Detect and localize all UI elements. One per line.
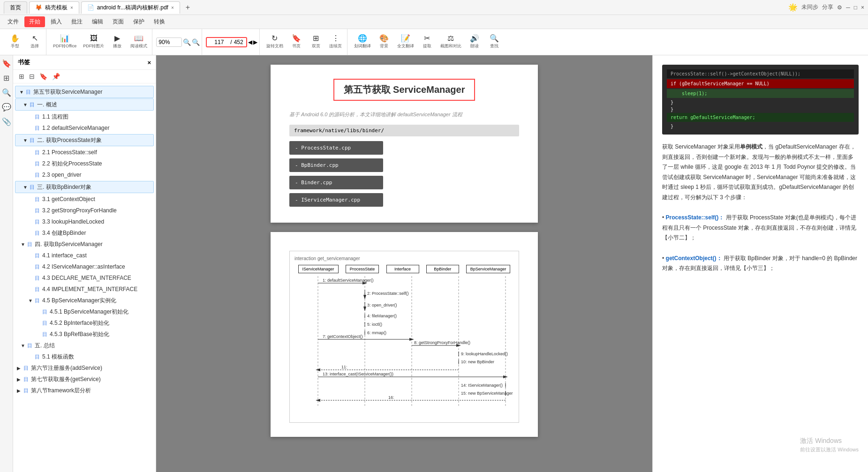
menu-convert[interactable]: 转换 [150,16,169,27]
tree-item-s4-4[interactable]: 目 4.4 IMPLEMENT_META_INTERFACE [13,284,156,295]
tree-expand-s3[interactable]: ▼ [23,184,30,191]
tree-item-s3[interactable]: ▼ 目 三. 获取BpBinder对象 [15,181,154,193]
sync-status[interactable]: 未同步 [801,3,818,11]
tree-expand-s7[interactable]: ▶ [17,376,23,383]
tree-item-s4-3[interactable]: 目 4.3 DECLARE_META_INTERFACE [13,272,156,284]
tree-item-s3-1[interactable]: 目 3.1 getContextObject [13,194,156,205]
tree-item-s1-2[interactable]: 目 1.2 defaultServiceManager [13,122,156,134]
tree-item-s4-5-3[interactable]: 目 4.5.3 BpRefBase初始化 [13,329,156,340]
menu-protect[interactable]: 保护 [129,16,148,27]
tab-pdf[interactable]: 📄 android fr...稿调内核解析.pdf × [81,1,180,14]
tree-item-s4[interactable]: ▼ 目 四. 获取BpServiceManager [13,239,156,250]
maximize-button[interactable]: □ [854,4,857,11]
tab-home[interactable]: 首页 [4,1,27,14]
sidebar-collapse-all[interactable]: ⊟ [28,72,36,81]
search-side-icon[interactable]: 🔍 [2,88,11,97]
tree-item-s2-3[interactable]: 目 2.3 open_driver [13,169,156,180]
tree-item-s6[interactable]: ▶ 目 第六节注册服务(addService) [13,362,156,374]
menu-file[interactable]: 文件 [4,16,23,27]
tree-expand-s2[interactable]: ▼ [23,137,30,144]
tree-item-s5[interactable]: ▼ 目 五. 总结 [13,340,156,351]
tree-item-s7[interactable]: ▶ 目 第七节获取服务(getService) [13,374,156,385]
main-layout: 🔖 ⊞ 🔍 💬 📎 书签 × ⊞ ⊟ 🔖 📌 ▼ 目 第五节获取ServiceM… [0,55,868,472]
tree-item-s4-5-1[interactable]: 目 4.5.1 BpServiceManager初始化 [13,306,156,317]
bookmark-side-icon[interactable]: 🔖 [2,59,11,68]
new-tab-button[interactable]: + [182,2,194,13]
read-mode-btn[interactable]: 📖 阅读模式 [128,33,150,51]
zoom-out-btn[interactable]: 🔍 [183,38,191,46]
tab-pdf-close[interactable]: × [171,5,174,10]
zoom-input[interactable] [156,37,182,47]
pdf-to-office-btn[interactable]: 📊 PDF转Office [50,33,79,51]
double-page-btn[interactable]: ⊞ 双页 [307,33,325,51]
tree-item-s1[interactable]: ▼ 目 一. 概述 [15,98,154,111]
tree-expand-s1[interactable]: ▼ [23,101,30,108]
thumbnail-side-icon[interactable]: ⊞ [3,74,9,82]
tree-icon-s1: 目 [30,101,37,109]
tree-item-s5-1[interactable]: 目 5.1 模板函数 [13,351,156,362]
page-prev-btn[interactable]: ◀ [248,39,252,45]
compare-btn[interactable]: ⚖ 截图和对比 [438,33,464,51]
tree-item-root[interactable]: ▼ 目 第五节获取ServiceManager [15,86,154,98]
tree-expand-s5[interactable]: ▼ [21,342,27,349]
svg-text:1: defaultServiceManager(): 1: defaultServiceManager() [323,278,374,283]
tree-expand-s6[interactable]: ▶ [17,365,23,372]
zoom-in-btn[interactable]: 🔍 [192,38,200,46]
tree-item-s4-1[interactable]: 目 4.1 interface_cast [13,250,156,261]
sidebar-expand-all[interactable]: ⊞ [18,72,25,81]
bg-btn[interactable]: 🎨 背景 [375,33,393,51]
tree-expand-s8[interactable]: ▶ [17,387,23,394]
menu-edit[interactable]: 编辑 [88,16,107,27]
close-button[interactable]: × [861,4,864,11]
tree-expand-s4-5[interactable]: ▼ [28,297,35,304]
read-btn[interactable]: 🔊 朗读 [465,33,484,51]
tree-item-s2[interactable]: ▼ 目 二. 获取ProcessState对象 [15,134,154,146]
tab-template-close[interactable]: × [70,5,73,10]
sidebar-bookmark-toggle[interactable]: 🔖 [38,72,48,81]
minimize-button[interactable]: ─ [846,4,850,11]
tree-item-s4-2[interactable]: 目 4.2 IServiceManager::asInterface [13,261,156,272]
tree-expand-root[interactable]: ▼ [19,89,26,96]
tree-expand-s4[interactable]: ▼ [21,241,27,248]
menu-page[interactable]: 页面 [109,16,128,27]
menu-start[interactable]: 开始 [24,16,45,27]
share-button[interactable]: 分享 [822,3,833,11]
tree-item-s4-5[interactable]: ▼ 目 4.5 BpServiceManager实例化 [13,295,156,306]
tab-template[interactable]: 🦊 稿壳模板 × [29,1,79,14]
tree-item-s8[interactable]: ▶ 目 第八节framework层分析 [13,385,156,396]
sidebar-pin[interactable]: 📌 [51,72,61,81]
page-next-btn[interactable]: ▶ [253,39,257,45]
settings-icon[interactable]: ⚙ [837,4,842,11]
full-translate-btn[interactable]: 📝 全文翻译 [394,33,417,51]
word-translate-btn[interactable]: 🌐 划词翻译 [351,33,374,51]
page-current-input[interactable] [210,39,228,45]
tree-expand-s3-3 [28,218,35,225]
play-btn[interactable]: ▶ 播放 [108,33,127,51]
tree-item-s3-2[interactable]: 目 3.2 getStrongProxyForHandle [13,205,156,216]
comment-side-icon[interactable]: 💬 [2,103,11,112]
select-tool[interactable]: ↖ 选择 [25,33,44,51]
attachment-side-icon[interactable]: 📎 [2,117,11,126]
hand-tool[interactable]: ✋ 手型 [6,33,24,51]
tree-item-s1-1[interactable]: 目 1.1 流程图 [13,111,156,122]
link-getcontextobject[interactable]: getContextObject()： [666,255,722,262]
menu-insert[interactable]: 插入 [47,16,66,27]
bookmark-view-btn[interactable]: 🔖 书页 [287,33,306,51]
menu-annotate[interactable]: 批注 [68,16,86,27]
search-btn[interactable]: 🔍 查找 [485,33,504,51]
tree-item-s2-2[interactable]: 目 2.2 初始化ProcessState [13,158,156,169]
tree-item-s2-1[interactable]: 目 2.1 ProcessState::self [13,147,156,158]
pdf-to-img-btn[interactable]: 🖼 PDF转图片 [80,33,107,51]
actor-interface: Interface [386,265,419,273]
tree-item-s3-3[interactable]: 目 3.3 lookupHandleLocked [13,216,156,227]
rotate-doc-btn[interactable]: ↻ 旋转文档 [264,33,286,51]
sidebar-close-icon[interactable]: × [147,59,151,66]
tree-item-s3-4[interactable]: 目 3.4 创建BpBinder [13,227,156,239]
tree-expand-s2-3 [28,172,35,179]
right-explanation-text: 获取 ServiceManager 对象采用单例模式，当 gDefaultSer… [662,142,859,274]
link-processstate-self[interactable]: ProcessState::self()： [666,214,725,221]
svg-text:10: new BpBinder: 10: new BpBinder [461,360,494,364]
continuous-btn[interactable]: ⋮ 连续页 [326,33,345,51]
tree-item-s4-5-2[interactable]: 目 4.5.2 BpInterface初始化 [13,317,156,329]
extract-btn[interactable]: ✂ 提取 [418,33,437,51]
